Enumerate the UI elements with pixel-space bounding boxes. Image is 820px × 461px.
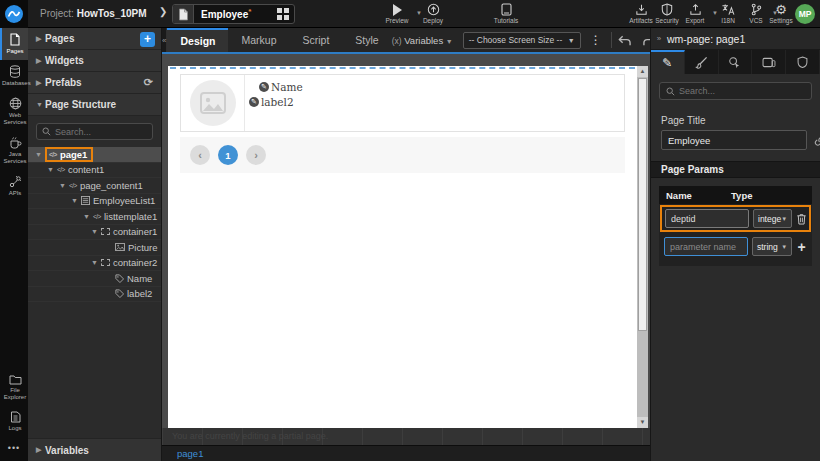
tree-node-page1[interactable]: ▼ </> page1 [28, 147, 161, 163]
bind-link-icon[interactable] [814, 134, 820, 147]
tree-node-label2[interactable]: label2 [28, 287, 161, 303]
rail-item-file-explorer[interactable]: File Explorer [0, 369, 28, 406]
left-panel: ▶ Pages + ▶ Widgets ▶ Prefabs ⟳ ▼ Page S… [28, 28, 162, 461]
add-page-button[interactable]: + [140, 32, 155, 47]
caret-down-icon: ▼ [568, 37, 575, 44]
new-param-name-input[interactable] [664, 237, 748, 256]
section-page-structure[interactable]: ▼ Page Structure [28, 94, 161, 116]
expanded-arrow-icon: ▼ [90, 228, 99, 235]
tutorials-button[interactable]: Tutorials [487, 3, 525, 24]
deploy-button[interactable]: Deploy [414, 3, 452, 24]
tab-properties[interactable]: ✎ [651, 50, 685, 74]
pagination-current-page[interactable]: 1 [218, 145, 238, 165]
tree-node-container1[interactable]: ▼ container1 [28, 225, 161, 241]
new-param-type-select[interactable]: string ▼ [752, 237, 792, 256]
page-selector[interactable]: Employee* [172, 4, 295, 24]
variables-button[interactable]: (x) Variables ▼ [392, 35, 453, 46]
section-variables[interactable]: ▶ Variables [28, 438, 161, 461]
structure-search[interactable] [36, 123, 153, 140]
preview-button[interactable]: Preview ▼ [378, 3, 416, 24]
label2-widget[interactable]: ✎ label2 [249, 94, 624, 109]
tree-node-page-content1[interactable]: ▼ </> page_content1 [28, 178, 161, 194]
collapse-properties-chevron[interactable]: » [651, 34, 667, 43]
page-structure-tree: ▼ </> page1 ▼ </> content1 ▼ </> page_co… [28, 147, 161, 438]
edit-pencil-icon: ✎ [259, 82, 269, 92]
tab-security[interactable] [786, 50, 820, 74]
tree-node-container2[interactable]: ▼ container2 [28, 256, 161, 272]
edit-pencil-icon: ✎ [249, 97, 259, 107]
tab-script[interactable]: Script [289, 28, 342, 52]
picture-placeholder [190, 80, 236, 126]
code-icon: </> [49, 151, 57, 158]
variable-x-icon: (x) [392, 36, 402, 46]
page-title-input[interactable] [661, 130, 807, 150]
pagination-next-button[interactable]: › [246, 145, 266, 165]
collapsed-arrow-icon: ▶ [36, 446, 45, 454]
scroll-up-arrow[interactable]: ▲ [637, 66, 648, 77]
selected-widget-title: wm-page: page1 [667, 33, 745, 45]
name-label-widget[interactable]: ✎ Name [259, 79, 624, 94]
current-page-name: Employee* [194, 7, 272, 20]
rail-item-logs[interactable]: Logs [0, 406, 28, 437]
more-options-kebab[interactable]: ⋮ [590, 33, 602, 47]
structure-search-input[interactable] [55, 127, 147, 137]
undo-button[interactable] [617, 34, 632, 47]
tree-node-content1[interactable]: ▼ </> content1 [28, 163, 161, 179]
list-item-template[interactable]: ✎ Name ✎ label2 [180, 74, 625, 132]
tab-markup[interactable]: Markup [228, 28, 289, 52]
expanded-arrow-icon: ▼ [58, 182, 67, 189]
section-widgets[interactable]: ▶ Widgets [28, 50, 161, 72]
expanded-arrow-icon: ▼ [46, 166, 55, 173]
open-page-tab-page1[interactable]: page1 [177, 448, 203, 459]
page-title-label: Page Title [651, 108, 820, 130]
tree-node-listtemplate1[interactable]: ▼ </> listtemplate1 [28, 209, 161, 225]
cursor-click-icon [728, 56, 741, 69]
code-icon: </> [69, 182, 77, 189]
page-params-header: Page Params [651, 161, 820, 178]
param-type-select[interactable]: intege ▼ [753, 209, 792, 228]
tab-style[interactable]: Style [342, 28, 391, 52]
canvas-vertical-scrollbar[interactable]: ▲ ▼ [637, 66, 648, 428]
wavemaker-logo[interactable] [0, 0, 28, 28]
rail-item-web-services[interactable]: Web Services [0, 92, 28, 131]
coffee-cup-icon [2, 136, 28, 149]
rail-item-databases[interactable]: Databases [0, 60, 28, 92]
scroll-down-arrow[interactable]: ▼ [637, 417, 648, 428]
trash-icon [796, 213, 807, 225]
rail-item-pages[interactable]: Pages [0, 28, 28, 60]
api-connector-icon [2, 175, 28, 188]
editor-area: « Design Markup Script Style (x) Variabl… [162, 28, 650, 461]
rail-more-button[interactable]: ••• [0, 437, 28, 459]
design-canvas[interactable]: ✎ Name ✎ label2 ‹ 1 › [168, 66, 637, 428]
tree-node-name[interactable]: Name [28, 271, 161, 287]
code-icon: </> [93, 213, 101, 220]
properties-search[interactable] [659, 82, 812, 100]
tree-node-picture[interactable]: Picture [28, 240, 161, 256]
section-pages[interactable]: ▶ Pages + [28, 28, 161, 50]
tab-design[interactable]: Design [167, 28, 228, 52]
refresh-icon[interactable]: ⟳ [144, 76, 153, 89]
param-name-input[interactable] [665, 209, 749, 228]
database-icon [2, 65, 28, 78]
properties-search-input[interactable] [679, 86, 805, 96]
section-prefabs[interactable]: ▶ Prefabs ⟳ [28, 72, 161, 94]
tree-node-employeelist1[interactable]: ▼ EmployeeList1 [28, 194, 161, 210]
add-param-button[interactable]: + [796, 240, 807, 254]
rail-item-apis[interactable]: APIs [0, 170, 28, 202]
tab-mobile[interactable] [752, 50, 786, 74]
tab-events[interactable] [719, 50, 753, 74]
breadcrumb-chevron-icon: ❯ [159, 6, 167, 17]
deploy-icon [414, 3, 452, 16]
scrollbar-thumb[interactable] [638, 78, 647, 331]
rail-item-java-services[interactable]: Java Services [0, 131, 28, 170]
picture-widget[interactable] [181, 75, 245, 131]
user-avatar[interactable]: MP [795, 4, 815, 24]
column-name: Name [666, 190, 731, 201]
partial-page-note: You are currently editing a partial page… [172, 431, 328, 441]
column-type: Type [731, 190, 789, 201]
screen-size-select[interactable]: -- Choose Screen Size -- ▼ [463, 32, 581, 49]
delete-param-button[interactable] [796, 213, 807, 225]
tab-styles[interactable] [685, 50, 719, 74]
rail-bottom-group: File Explorer Logs ••• [0, 369, 28, 459]
pagination-prev-button[interactable]: ‹ [190, 145, 210, 165]
